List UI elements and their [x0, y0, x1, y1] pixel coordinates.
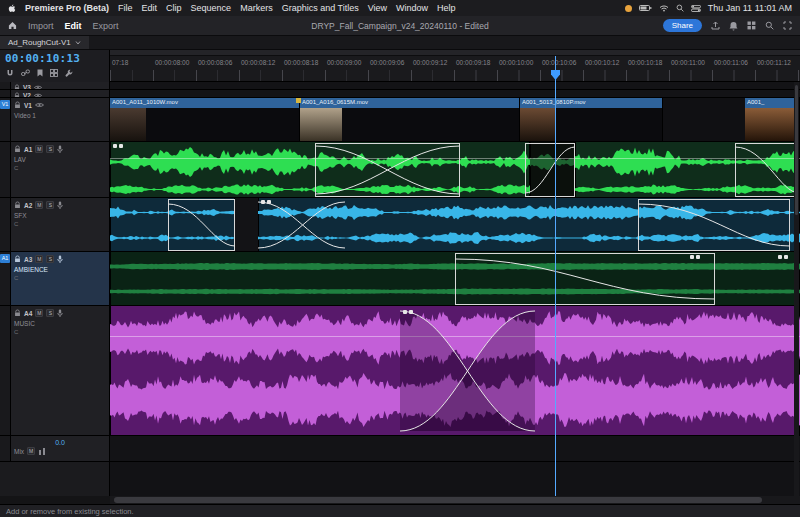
track-badge[interactable]: V1: [24, 102, 32, 109]
vertical-scrollbar-thumb[interactable]: [795, 85, 798, 215]
pan-control[interactable]: C: [14, 165, 106, 171]
track-name[interactable]: SFX: [14, 212, 106, 219]
solo-button[interactable]: S: [46, 255, 54, 263]
horizontal-scrollbar-thumb[interactable]: [114, 497, 762, 503]
menubar-clock[interactable]: Thu Jan 11 11:01 AM: [708, 3, 792, 13]
mute-button[interactable]: M: [35, 201, 43, 209]
playhead-timecode[interactable]: 00:00:10:13: [0, 50, 109, 65]
track-name[interactable]: Mix: [14, 448, 24, 455]
menu-item[interactable]: View: [368, 3, 387, 13]
workspaces-icon[interactable]: [747, 21, 756, 30]
source-patch-v1[interactable]: V1: [0, 98, 11, 141]
track-lane-a2[interactable]: [110, 198, 800, 251]
track-header-v2[interactable]: V2: [0, 90, 110, 97]
timeline-display-settings-icon[interactable]: [50, 69, 58, 77]
track-lock-icon[interactable]: [14, 201, 21, 209]
track-lane-mix[interactable]: [110, 436, 800, 461]
pan-control[interactable]: C: [14, 275, 106, 281]
source-patch-a2[interactable]: [0, 198, 11, 251]
source-patch-a1[interactable]: [0, 142, 11, 197]
track-badge[interactable]: V2: [23, 92, 31, 98]
clip-marker[interactable]: [296, 98, 301, 103]
track-header-a2[interactable]: A2 M S SFX C: [0, 198, 110, 251]
video-clip[interactable]: A001_A011_1010W.mov: [110, 98, 300, 141]
track-lock-icon[interactable]: [14, 84, 20, 90]
apple-icon[interactable]: [8, 3, 16, 13]
track-lock-icon[interactable]: [14, 101, 21, 109]
add-marker-icon[interactable]: [37, 69, 43, 77]
playhead-line[interactable]: [555, 56, 556, 496]
quick-export-icon[interactable]: [711, 21, 720, 30]
source-patch-badge[interactable]: V1: [0, 100, 10, 109]
track-header-a1[interactable]: A1 M S LAV C: [0, 142, 110, 197]
track-visibility-eye-icon[interactable]: [34, 85, 42, 90]
track-badge[interactable]: V3: [23, 84, 31, 90]
spotlight-search-icon[interactable]: [676, 4, 684, 12]
fade-out-transition[interactable]: [638, 199, 790, 251]
track-visibility-eye-icon[interactable]: [35, 102, 44, 108]
track-header-v1[interactable]: V1 V1 Video 1: [0, 98, 110, 141]
sequence-tab[interactable]: Ad_RoughCut-V1: [0, 36, 89, 49]
menu-item[interactable]: Clip: [166, 3, 182, 13]
wifi-icon[interactable]: [659, 5, 669, 12]
horizontal-scrollbar[interactable]: [110, 496, 800, 504]
crossfade-transition[interactable]: [400, 307, 535, 435]
track-lane-a3[interactable]: [110, 252, 800, 305]
clip-fx-badge-icon[interactable]: [403, 310, 413, 314]
track-lock-icon[interactable]: [14, 145, 21, 153]
mute-button[interactable]: M: [27, 447, 35, 455]
track-visibility-eye-icon[interactable]: [34, 93, 42, 98]
track-name[interactable]: LAV: [14, 156, 106, 163]
track-lock-icon[interactable]: [14, 255, 21, 263]
record-arm-mic-icon[interactable]: [57, 145, 63, 154]
workspace-tab-edit[interactable]: Edit: [65, 21, 82, 31]
crossfade-transition[interactable]: [258, 199, 345, 251]
track-badge[interactable]: A3: [24, 256, 32, 263]
fade-out-transition[interactable]: [455, 253, 715, 305]
menu-item[interactable]: Graphics and Titles: [282, 3, 359, 13]
menu-item[interactable]: Window: [396, 3, 428, 13]
track-header-v3[interactable]: V3: [0, 82, 110, 89]
source-patch-v3[interactable]: [0, 82, 11, 89]
track-lane-v3[interactable]: [110, 82, 800, 89]
clip-fx-badge-icon[interactable]: [261, 200, 271, 204]
track-lane-a4[interactable]: [110, 306, 800, 435]
source-patch-a4[interactable]: [0, 306, 11, 435]
track-name[interactable]: MUSIC: [14, 320, 106, 327]
pan-control[interactable]: C: [14, 329, 106, 335]
search-icon[interactable]: [765, 21, 774, 30]
track-lane-v1[interactable]: A001_A011_1010W.mov A001_A016_0615M.mov …: [110, 98, 800, 141]
record-arm-mic-icon[interactable]: [57, 201, 63, 210]
home-icon[interactable]: [8, 21, 17, 30]
solo-button[interactable]: S: [46, 145, 54, 153]
track-badge[interactable]: A4: [24, 310, 32, 317]
track-lane-a1[interactable]: [110, 142, 800, 197]
crossfade-transition[interactable]: [315, 143, 460, 197]
menu-item[interactable]: File: [118, 3, 133, 13]
snap-magnet-icon[interactable]: [6, 69, 14, 77]
video-clip[interactable]: A001_5013_0810P.mov: [520, 98, 663, 141]
clip-fx-badge-icon[interactable]: [690, 255, 700, 259]
mute-button[interactable]: M: [35, 145, 43, 153]
source-patch-a3[interactable]: A1: [0, 252, 11, 305]
fullscreen-icon[interactable]: [783, 21, 792, 30]
track-badge[interactable]: A1: [24, 146, 32, 153]
track-header-a3[interactable]: A1 A3 M S AMBIENCE C: [0, 252, 110, 305]
chevron-down-icon[interactable]: [75, 41, 81, 45]
clip-fx-badge-icon[interactable]: [113, 144, 123, 148]
track-lane-v2[interactable]: [110, 90, 800, 97]
solo-button[interactable]: S: [46, 201, 54, 209]
menu-item[interactable]: Edit: [142, 3, 158, 13]
battery-icon[interactable]: [639, 5, 652, 11]
pan-control[interactable]: C: [14, 221, 106, 227]
fade-out-transition[interactable]: [735, 143, 799, 197]
track-header-mix[interactable]: 0.0 Mix M: [0, 436, 110, 461]
source-patch-v2[interactable]: [0, 90, 11, 97]
workspace-tab-import[interactable]: Import: [28, 21, 54, 31]
video-clip[interactable]: A001_A016_0615M.mov: [300, 98, 520, 141]
track-name[interactable]: Video 1: [14, 112, 106, 119]
fade-in-transition[interactable]: [525, 143, 575, 197]
mute-button[interactable]: M: [35, 255, 43, 263]
solo-button[interactable]: S: [46, 309, 54, 317]
timeline-settings-wrench-icon[interactable]: [65, 69, 73, 77]
